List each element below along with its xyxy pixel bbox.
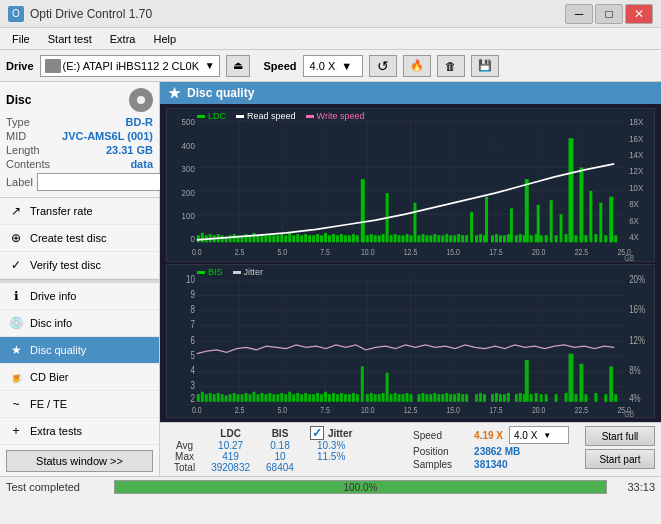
svg-rect-248 [475,394,478,402]
refresh-button[interactable]: ↺ [369,55,397,77]
svg-rect-218 [336,394,339,402]
drivebar: Drive (E:) ATAPI iHBS112 2 CL0K ▼ ⏏ Spee… [0,50,661,82]
svg-rect-206 [386,373,389,402]
menubar: File Start test Extra Help [0,28,661,50]
svg-rect-98 [470,212,473,242]
avg-jitter-value: 10.3% [302,440,360,451]
svg-rect-49 [272,235,275,242]
speed-stat-unit: 4.0 X [514,430,537,441]
disc-contents-value: data [130,158,153,170]
svg-rect-121 [530,235,533,242]
sidebar-item-verify-test-disc[interactable]: ✓ Verify test disc [0,252,159,279]
time-display: 33:13 [615,481,655,493]
svg-rect-50 [276,235,279,242]
sidebar-item-disc-info[interactable]: 💿 Disc info [0,310,159,337]
svg-rect-193 [260,393,263,402]
stats-bar: LDC BIS ✓ Jitter Avg 10.27 [160,422,661,476]
max-ldc-value: 419 [203,451,258,462]
svg-rect-215 [324,392,327,402]
svg-rect-115 [499,235,502,242]
eject-button[interactable]: ⏏ [226,55,250,77]
svg-rect-77 [378,235,381,242]
svg-rect-118 [515,235,518,242]
jitter-checkbox[interactable]: ✓ [310,426,324,440]
disc-contents-label: Contents [6,158,50,170]
svg-rect-181 [213,394,216,402]
sidebar-item-disc-quality[interactable]: ★ Disc quality [0,337,159,364]
close-button[interactable]: ✕ [625,4,653,24]
svg-rect-197 [276,394,279,402]
maximize-button[interactable]: □ [595,4,623,24]
svg-rect-113 [491,235,494,242]
panel-header: ★ Disc quality [160,82,661,104]
svg-rect-91 [441,235,444,242]
svg-text:7.5: 7.5 [320,405,330,415]
svg-rect-90 [437,235,440,242]
svg-text:5: 5 [190,350,194,361]
svg-rect-101 [525,179,529,242]
svg-rect-241 [441,394,444,402]
svg-rect-182 [217,393,220,402]
svg-rect-244 [453,394,456,402]
sidebar-item-fe-te[interactable]: ~ FE / TE [0,391,159,418]
stats-bis-header: BIS [258,426,302,440]
disc-label-input[interactable] [37,173,170,191]
svg-rect-209 [579,364,583,402]
svg-text:100: 100 [182,210,195,221]
svg-rect-54 [292,235,295,242]
svg-text:10.0: 10.0 [361,248,375,258]
burn-button[interactable]: 🔥 [403,55,431,77]
svg-text:0: 0 [190,234,195,245]
speed-stat-selector[interactable]: 4.0 X ▼ [509,426,569,444]
svg-rect-112 [483,235,486,242]
menu-extra[interactable]: Extra [102,31,144,47]
menu-file[interactable]: File [4,31,38,47]
svg-rect-88 [429,235,432,242]
svg-rect-96 [461,235,464,242]
svg-text:500: 500 [182,117,195,128]
minimize-button[interactable]: ─ [565,4,593,24]
svg-rect-223 [356,394,359,402]
position-label: Position [413,446,468,457]
verify-test-disc-icon: ✓ [8,257,24,273]
erase-button[interactable]: 🗑 [437,55,465,77]
sidebar-item-cd-bier[interactable]: 🍺 CD Bier [0,364,159,391]
sidebar-item-fe-te-label: FE / TE [30,398,67,410]
readspeed-legend-color [236,115,244,118]
svg-rect-52 [284,235,287,242]
drive-info-icon: ℹ [8,288,24,304]
sidebar-item-extra-tests[interactable]: + Extra tests [0,418,159,445]
sidebar-item-create-test-disc[interactable]: ⊕ Create test disc [0,225,159,252]
svg-rect-219 [340,393,343,402]
svg-rect-30 [197,235,200,242]
svg-rect-57 [304,234,307,242]
svg-rect-192 [256,394,259,402]
svg-rect-47 [264,235,267,242]
svg-rect-220 [344,394,347,402]
svg-rect-70 [344,235,347,242]
svg-rect-256 [515,394,518,402]
status-window-button[interactable]: Status window >> [6,450,153,472]
menu-help[interactable]: Help [145,31,184,47]
svg-rect-76 [374,235,377,242]
disc-type-label: Type [6,116,30,128]
start-full-button[interactable]: Start full [585,426,655,446]
sidebar-item-transfer-rate[interactable]: ↗ Transfer rate [0,198,159,225]
speed-selector[interactable]: 4.0 X ▼ [303,55,363,77]
start-part-button[interactable]: Start part [585,449,655,469]
drive-selector[interactable]: (E:) ATAPI iHBS112 2 CL0K ▼ [40,55,220,77]
menu-starttest[interactable]: Start test [40,31,100,47]
cd-bier-icon: 🍺 [8,369,24,385]
svg-rect-195 [268,393,271,402]
svg-rect-117 [507,234,510,242]
svg-rect-254 [503,394,506,402]
svg-text:2: 2 [190,393,194,404]
total-row-label: Total [166,462,203,473]
svg-rect-216 [328,394,331,402]
save-button[interactable]: 💾 [471,55,499,77]
svg-rect-58 [308,235,311,242]
svg-text:4: 4 [190,365,194,376]
stats-ldc-header: LDC [203,426,258,440]
svg-rect-48 [268,234,271,242]
sidebar-item-drive-info[interactable]: ℹ Drive info [0,283,159,310]
